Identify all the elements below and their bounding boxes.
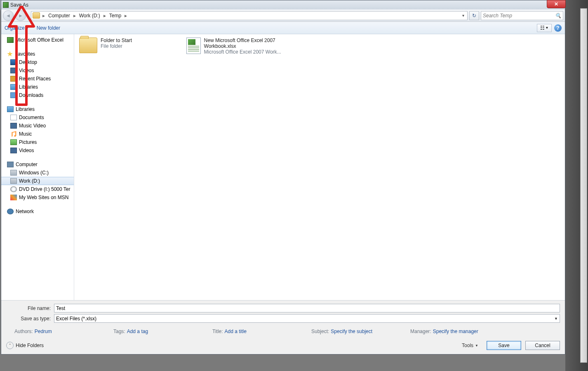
sidebar-item-music[interactable]: Music: [1, 130, 74, 138]
file-list-pane[interactable]: Folder to Start File folder New Microsof…: [74, 34, 565, 300]
drive-icon: [10, 170, 17, 176]
libraries-icon: [10, 84, 17, 90]
chevron-right-icon[interactable]: ▸: [124, 13, 128, 19]
item-name: New Microsoft Office Excel 2007 Workbook…: [204, 38, 285, 49]
back-button[interactable]: ◄: [3, 10, 14, 21]
breadcrumb-item-computer[interactable]: Computer: [46, 12, 73, 20]
filename-input[interactable]: [54, 304, 560, 312]
sidebar-label: Work (D:): [19, 178, 40, 184]
search-box[interactable]: 🔍: [481, 11, 563, 20]
file-item-xlsx[interactable]: New Microsoft Office Excel 2007 Workbook…: [186, 38, 285, 55]
organize-label: Organize: [5, 25, 25, 31]
music-icon: [10, 131, 17, 137]
sidebar-label: Downloads: [19, 92, 43, 98]
dvd-icon: [10, 186, 17, 192]
sidebar-header-favorites[interactable]: Favorites: [1, 50, 74, 58]
sidebar-item-desktop[interactable]: Desktop: [1, 58, 74, 66]
chevron-down-icon: ▼: [475, 344, 478, 348]
sidebar-item-downloads[interactable]: Downloads: [1, 91, 74, 99]
save-button[interactable]: Save: [487, 341, 521, 350]
titlebar[interactable]: Save As ✕: [1, 0, 565, 9]
sidebar-header-computer[interactable]: Computer: [1, 160, 74, 169]
sidebar-item-recent[interactable]: Recent Places: [1, 75, 74, 83]
sidebar-label: Libraries: [16, 106, 35, 112]
view-options-button[interactable]: ☷ ▼: [537, 24, 552, 32]
subject-label: Subject:: [311, 329, 329, 334]
sidebar-label: Pictures: [19, 139, 37, 145]
background-window-edge: [565, 0, 588, 371]
item-type: File folder: [101, 43, 132, 49]
folder-icon: [79, 38, 97, 53]
forward-button[interactable]: ►: [15, 10, 26, 21]
sidebar-label: DVD Drive (I:) 5000 Ter: [19, 186, 70, 192]
breadcrumb-item-work-d[interactable]: Work (D:): [77, 12, 103, 20]
folder-icon: [33, 12, 40, 19]
msn-icon: [10, 195, 17, 200]
hide-folders-button[interactable]: ˄ Hide Folders: [6, 342, 44, 349]
search-icon[interactable]: 🔍: [555, 13, 561, 19]
close-icon: ✕: [554, 1, 558, 7]
sidebar-label: Recent Places: [19, 76, 51, 82]
video-icon: [10, 68, 17, 73]
drive-icon: [10, 178, 17, 184]
manager-value[interactable]: Specify the manager: [433, 329, 478, 334]
downloads-icon: [10, 92, 17, 98]
subject-value[interactable]: Specify the subject: [331, 329, 372, 334]
breadcrumb[interactable]: ▸ Computer ▸ Work (D:) ▸ Temp ▸ ▾: [31, 11, 468, 20]
excel-icon: [7, 37, 14, 43]
sidebar-item-msn[interactable]: My Web Sites on MSN: [1, 193, 74, 202]
cancel-button[interactable]: Cancel: [525, 341, 560, 350]
chevron-right-icon[interactable]: ▸: [73, 13, 77, 19]
sidebar-item-network[interactable]: Network: [1, 207, 74, 216]
breadcrumb-item-temp[interactable]: Temp: [107, 12, 124, 20]
chevron-up-icon: ˄: [6, 342, 14, 349]
sidebar-label: Music: [19, 131, 32, 137]
sidebar-label: Libraries: [19, 84, 38, 90]
manager-label: Manager:: [410, 329, 431, 334]
title-label: Title:: [212, 329, 223, 334]
close-button[interactable]: ✕: [547, 0, 566, 8]
tools-menu[interactable]: Tools ▼: [462, 343, 478, 348]
sidebar-item-work-d[interactable]: Work (D:): [1, 177, 74, 185]
sidebar-item-dvd[interactable]: DVD Drive (I:) 5000 Ter: [1, 185, 74, 193]
sidebar-item-videos[interactable]: Videos: [1, 66, 74, 75]
tools-label: Tools: [462, 343, 473, 348]
pictures-icon: [10, 139, 17, 145]
sidebar-item-windows-c[interactable]: Windows (C:): [1, 169, 74, 177]
search-input[interactable]: [483, 13, 555, 19]
tags-value[interactable]: Add a tag: [127, 329, 148, 334]
sidebar-item-videos-lib[interactable]: Videos: [1, 146, 74, 155]
title-value[interactable]: Add a title: [225, 329, 247, 334]
sidebar-item-pictures[interactable]: Pictures: [1, 138, 74, 146]
chevron-right-icon[interactable]: ▸: [103, 13, 107, 19]
window-title: Save As: [10, 2, 28, 8]
save-type-combo[interactable]: Excel Files (*.xlsx) ▼: [54, 314, 560, 323]
sidebar-label: Network: [16, 209, 34, 214]
chevron-down-icon[interactable]: ▾: [462, 13, 464, 18]
sidebar-item-excel[interactable]: Microsoft Office Excel: [1, 36, 74, 44]
bottom-panel: File name: Save as type: Excel Files (*.…: [1, 300, 565, 354]
star-icon: [7, 51, 13, 57]
refresh-button[interactable]: ↻: [469, 11, 479, 20]
authors-label: Authors:: [14, 329, 33, 334]
new-folder-button[interactable]: New folder: [37, 25, 60, 31]
view-icon: ☷: [540, 25, 545, 31]
organize-menu[interactable]: Organize ▼: [5, 25, 29, 31]
save-type-value: Excel Files (*.xlsx): [56, 316, 96, 322]
chevron-right-icon[interactable]: ▸: [42, 13, 46, 19]
sidebar-item-music-video[interactable]: Music Video: [1, 122, 74, 130]
background-scrollbar: [580, 8, 587, 363]
recent-icon: [10, 76, 17, 82]
item-type: Microsoft Office Excel 2007 Work...: [204, 49, 285, 55]
xlsx-icon: [186, 38, 201, 54]
help-button[interactable]: ?: [554, 24, 562, 32]
sidebar-label: Desktop: [19, 59, 37, 65]
authors-value[interactable]: Pedrum: [35, 329, 52, 334]
sidebar-header-libraries[interactable]: Libraries: [1, 105, 74, 113]
sidebar-label: My Web Sites on MSN: [19, 195, 68, 200]
sidebar-item-documents[interactable]: Documents: [1, 113, 74, 122]
save-as-dialog: Save As ✕ ◄ ► ▸ Computer ▸ Work (D:) ▸ T…: [1, 0, 565, 355]
sidebar-item-libraries-fav[interactable]: Libraries: [1, 83, 74, 91]
sidebar-label: Videos: [19, 68, 34, 73]
file-item-folder[interactable]: Folder to Start File folder: [79, 38, 178, 53]
